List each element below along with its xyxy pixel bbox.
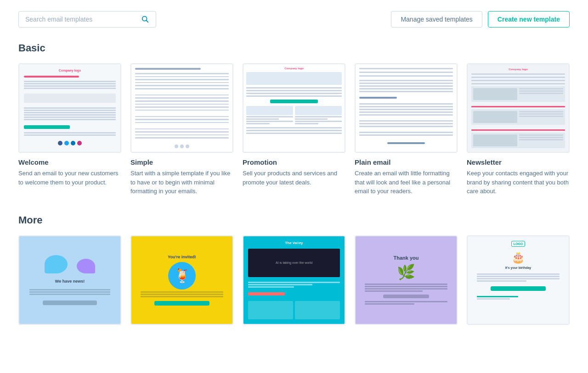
search-icon [141,15,149,23]
basic-templates-grid: Company logo [18,63,570,196]
template-card-birthday[interactable]: LOGO 🎂 It's your birthday [467,235,570,330]
svg-line-1 [146,20,148,22]
template-name-plain-email: Plain email [355,158,458,166]
template-card-newsletter[interactable]: Company logo [467,63,570,196]
template-name-promotion: Promotion [243,158,345,166]
template-card-simple[interactable]: Simple Start with a simple template if y… [130,63,233,196]
template-card-promotion[interactable]: Company logo [243,63,345,196]
basic-section: Basic Company logo [18,42,570,196]
header-actions: Manage saved templates Create new templa… [391,11,570,28]
template-thumb-promotion: Company logo [243,63,345,153]
more-section-title: More [18,214,570,226]
template-name-newsletter: Newsletter [467,158,570,166]
more-section: More We have news! [18,214,570,330]
manage-saved-templates-button[interactable]: Manage saved templates [391,11,482,28]
template-desc-plain-email: Create an email with little formatting t… [355,169,458,196]
page-header: Manage saved templates Create new templa… [18,11,570,28]
template-thumb-plain-email [355,63,458,153]
template-desc-simple: Start with a simple template if you like… [130,169,233,196]
template-card-valley[interactable]: The Valley AI is taking over the world [243,235,345,330]
template-thumb-birthday: LOGO 🎂 It's your birthday [467,235,570,325]
template-card-plain-email[interactable]: Plain email Create an email with little … [355,63,458,196]
search-input[interactable] [25,16,141,23]
template-thumb-newsletter: Company logo [467,63,570,153]
template-name-welcome: Welcome [18,158,121,166]
template-desc-promotion: Sell your products and services and prom… [243,169,345,187]
template-thumb-news: We have news! [18,235,121,325]
template-thumb-valley: The Valley AI is taking over the world [243,235,345,325]
template-desc-welcome: Send an email to your new customers to w… [18,169,121,187]
more-templates-grid: We have news! You're invited! 🍹 [18,235,570,330]
template-card-welcome[interactable]: Company logo [18,63,121,196]
search-box[interactable] [18,11,156,28]
template-thumb-invited: You're invited! 🍹 [130,235,233,325]
template-card-invited[interactable]: You're invited! 🍹 [130,235,233,330]
create-new-template-button[interactable]: Create new template [488,11,570,28]
template-name-simple: Simple [130,158,233,166]
template-card-thankyou[interactable]: Thank you 🌿 [355,235,458,330]
template-thumb-thankyou: Thank you 🌿 [355,235,458,325]
template-desc-newsletter: Keep your contacts engaged with your bra… [467,169,570,196]
template-thumb-welcome: Company logo [18,63,121,153]
template-thumb-simple [130,63,233,153]
template-card-news[interactable]: We have news! [18,235,121,330]
basic-section-title: Basic [18,42,570,54]
